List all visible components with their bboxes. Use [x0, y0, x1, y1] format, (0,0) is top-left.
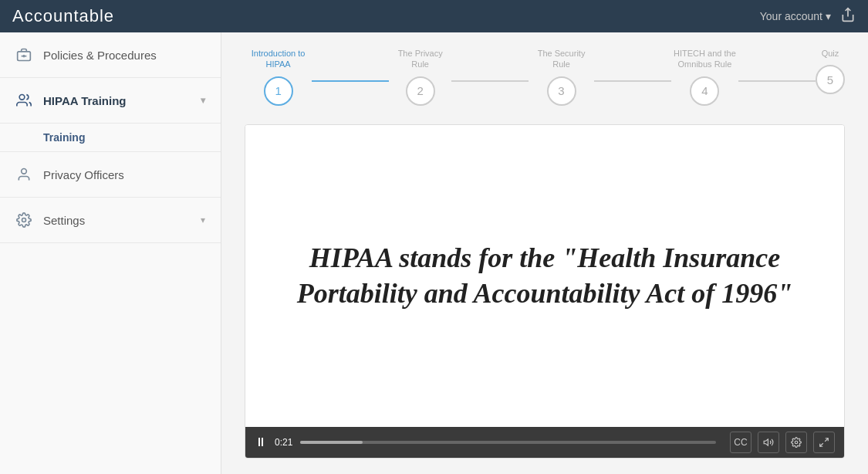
briefcase-icon: [15, 46, 32, 63]
pause-button[interactable]: ⏸: [255, 435, 267, 449]
connector-1-2: [312, 80, 389, 82]
fullscreen-button[interactable]: [813, 432, 835, 453]
svg-point-5: [22, 169, 27, 174]
sidebar-item-hipaa-training[interactable]: HIPAA Training ▾: [0, 78, 221, 124]
content-area: Introduction to HIPAA 1 The Privacy Rule…: [221, 32, 868, 474]
step-5-label: Quiz: [822, 48, 839, 59]
top-nav-right: Your account ▾: [760, 7, 856, 26]
sidebar-subitem-training[interactable]: Training: [0, 124, 221, 152]
sidebar: Policies & Procedures HIPAA Training ▾ T…: [0, 32, 221, 474]
settings-chevron-icon: ▾: [201, 215, 205, 225]
step-4-label: HITECH and the Omnibus Rule: [671, 48, 738, 70]
step-5-circle: 5: [816, 65, 845, 94]
app-logo: Accountable: [12, 6, 114, 26]
svg-point-6: [22, 218, 26, 222]
pause-icon: ⏸: [255, 435, 267, 449]
step-5[interactable]: Quiz 5: [816, 48, 845, 94]
step-1-label: Introduction to HIPAA: [245, 48, 312, 70]
video-player: HIPAA stands for the "Health Insurance P…: [245, 124, 845, 459]
gear-icon: [15, 212, 32, 229]
progress-fill: [300, 441, 363, 444]
sidebar-policies-label: Policies & Procedures: [43, 49, 205, 62]
settings-button[interactable]: [785, 432, 807, 453]
step-4[interactable]: HITECH and the Omnibus Rule 4: [671, 48, 738, 106]
account-menu-button[interactable]: Your account ▾: [760, 10, 831, 22]
steps-progress: Introduction to HIPAA 1 The Privacy Rule…: [245, 48, 845, 106]
svg-point-4: [19, 95, 25, 100]
users-icon: [15, 92, 32, 109]
step-1-circle: 1: [264, 76, 293, 106]
sidebar-hipaa-label: HIPAA Training: [43, 94, 190, 107]
video-main-text: HIPAA stands for the "Health Insurance P…: [276, 240, 813, 313]
sidebar-privacy-label: Privacy Officers: [43, 168, 205, 181]
connector-2-3: [451, 80, 529, 82]
sidebar-item-settings[interactable]: Settings ▾: [0, 198, 221, 243]
svg-line-9: [825, 438, 828, 442]
svg-marker-7: [764, 439, 768, 445]
share-button[interactable]: [840, 7, 856, 26]
video-controls-bar: ⏸ 0:21 CC: [245, 427, 844, 458]
step-2[interactable]: The Privacy Rule 2: [389, 48, 451, 106]
step-2-circle: 2: [406, 76, 435, 106]
step-3-label: The Security Rule: [529, 48, 594, 70]
chevron-down-icon: ▾: [201, 95, 205, 106]
svg-point-8: [795, 441, 798, 444]
ctrl-icon-group: CC: [730, 432, 835, 453]
main-layout: Policies & Procedures HIPAA Training ▾ T…: [0, 32, 868, 474]
connector-3-4: [594, 80, 671, 82]
cc-button[interactable]: CC: [730, 432, 751, 453]
video-content: HIPAA stands for the "Health Insurance P…: [245, 125, 844, 427]
volume-button[interactable]: [758, 432, 779, 453]
step-3[interactable]: The Security Rule 3: [529, 48, 594, 106]
person-icon: [15, 166, 32, 183]
step-1[interactable]: Introduction to HIPAA 1: [245, 48, 312, 106]
sidebar-settings-label: Settings: [43, 214, 190, 227]
step-4-circle: 4: [690, 76, 719, 106]
svg-line-10: [820, 443, 823, 446]
step-3-circle: 3: [547, 76, 576, 106]
progress-bar[interactable]: [300, 441, 716, 444]
time-display: 0:21: [275, 437, 292, 448]
step-2-label: The Privacy Rule: [389, 48, 451, 70]
sidebar-item-privacy-officers[interactable]: Privacy Officers: [0, 152, 221, 198]
connector-4-5: [738, 80, 816, 82]
top-nav: Accountable Your account ▾: [0, 0, 868, 32]
sidebar-item-policies[interactable]: Policies & Procedures: [0, 32, 221, 78]
